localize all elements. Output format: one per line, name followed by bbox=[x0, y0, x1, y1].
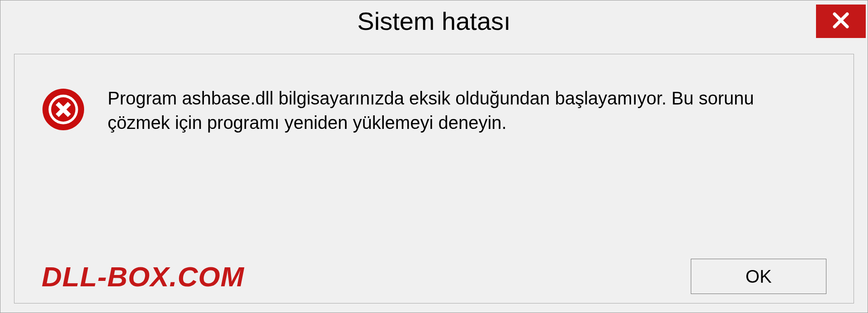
footer-row: DLL-BOX.COM OK bbox=[42, 259, 826, 294]
content-panel: Program ashbase.dll bilgisayarınızda eks… bbox=[14, 54, 854, 304]
watermark-text: DLL-BOX.COM bbox=[42, 261, 244, 293]
error-icon bbox=[42, 88, 85, 133]
close-button[interactable] bbox=[816, 5, 866, 38]
message-row: Program ashbase.dll bilgisayarınızda eks… bbox=[42, 86, 826, 135]
error-message: Program ashbase.dll bilgisayarınızda eks… bbox=[108, 86, 786, 135]
dialog-title: Sistem hatası bbox=[357, 6, 510, 36]
title-bar: Sistem hatası bbox=[0, 0, 868, 41]
close-icon bbox=[830, 9, 852, 33]
error-dialog: Sistem hatası Program ashbase.dll bilgis… bbox=[0, 0, 868, 313]
ok-button[interactable]: OK bbox=[691, 259, 826, 294]
